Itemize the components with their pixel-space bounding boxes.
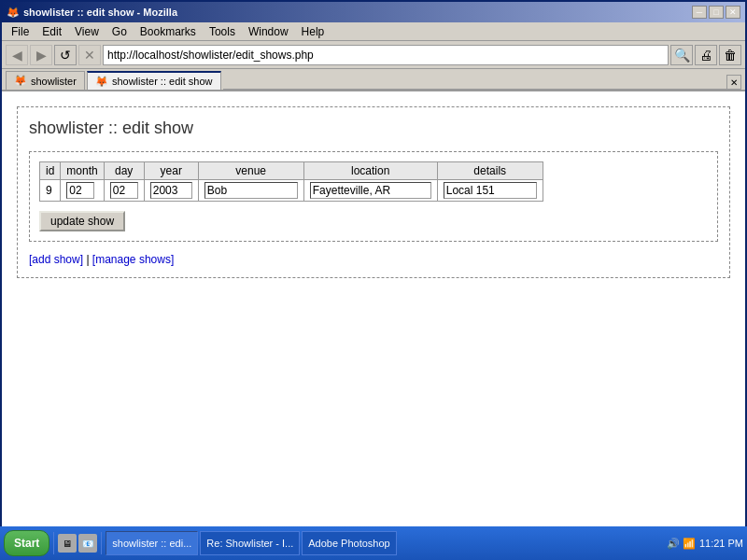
col-header-year: year <box>144 162 198 180</box>
window-title-area: 🦊 showlister :: edit show - Mozilla <box>7 7 177 19</box>
window-icon: 🦊 <box>7 7 20 19</box>
input-venue[interactable] <box>204 182 298 199</box>
cell-venue <box>198 180 303 202</box>
menu-go[interactable]: Go <box>106 24 133 39</box>
back-button[interactable]: ◀ <box>6 45 28 65</box>
table-header-row: id month day year venue location details <box>40 162 543 180</box>
titlebar: 🦊 showlister :: edit show - Mozilla ─ □ … <box>2 2 745 22</box>
taskbar-icon-1[interactable]: 🖥 <box>58 534 77 553</box>
tab-showlister-label: showlister <box>31 76 77 87</box>
taskbar-icon-2[interactable]: 📧 <box>78 534 97 553</box>
menu-tools[interactable]: Tools <box>204 24 241 39</box>
tab-edit-show-label: showlister :: edit show <box>112 76 213 87</box>
col-header-venue: venue <box>198 162 303 180</box>
menu-view[interactable]: View <box>69 24 105 39</box>
window-controls: ─ □ ✕ <box>692 6 740 19</box>
delete-button[interactable]: 🗑 <box>719 45 741 65</box>
tabs-bar: 🦊 showlister 🦊 showlister :: edit show ✕ <box>2 69 745 91</box>
menubar: File Edit View Go Bookmarks Tools Window… <box>2 22 745 41</box>
maximize-button[interactable]: □ <box>709 6 724 19</box>
search-button[interactable]: 🔍 <box>670 45 693 65</box>
menu-bookmarks[interactable]: Bookmarks <box>134 24 202 39</box>
minimize-button[interactable]: ─ <box>692 6 707 19</box>
taskbar-quick-launch: 🖥 📧 <box>58 534 97 553</box>
table-row: 9 <box>40 180 543 202</box>
stop-button[interactable]: ✕ <box>78 45 101 65</box>
show-table: id month day year venue location details… <box>39 161 543 202</box>
cell-location <box>303 180 437 202</box>
taskbar-item-showlister[interactable]: showlister :: edi... <box>106 531 198 555</box>
col-header-location: location <box>303 162 437 180</box>
address-bar-container <box>103 45 669 65</box>
input-year[interactable] <box>150 182 192 199</box>
taskbar: Start 🖥 📧 showlister :: edi... Re: Showl… <box>0 526 747 560</box>
tab-showlister[interactable]: 🦊 showlister <box>6 71 85 90</box>
print-button[interactable]: 🖨 <box>695 45 717 65</box>
menu-window[interactable]: Window <box>243 24 294 39</box>
new-tab-area <box>223 69 726 90</box>
menu-edit[interactable]: Edit <box>36 24 67 39</box>
bottom-links: [add show] | [manage shows] <box>29 253 718 266</box>
link-separator: | <box>83 253 92 266</box>
col-header-day: day <box>104 162 144 180</box>
col-header-month: month <box>61 162 104 180</box>
reload-button[interactable]: ↺ <box>54 45 77 65</box>
taskbar-item-re-showlister[interactable]: Re: Showlister - I... <box>200 531 300 555</box>
page-heading: showlister :: edit show <box>29 119 718 138</box>
input-month[interactable] <box>66 182 94 199</box>
start-button[interactable]: Start <box>4 530 49 556</box>
cell-month <box>61 180 104 202</box>
input-location[interactable] <box>310 182 431 199</box>
tab-close-button[interactable]: ✕ <box>726 75 741 90</box>
menu-help[interactable]: Help <box>296 24 331 39</box>
browser-content: showlister :: edit show id month day yea… <box>2 91 745 539</box>
taskbar-divider-2 <box>101 532 102 554</box>
cell-day <box>104 180 144 202</box>
tray-icons: 🔊 📶 <box>667 538 696 550</box>
add-show-link[interactable]: [add show] <box>29 253 83 266</box>
manage-shows-link[interactable]: [manage shows] <box>92 253 174 266</box>
window-frame: 🦊 showlister :: edit show - Mozilla ─ □ … <box>0 0 747 560</box>
input-details[interactable] <box>444 182 537 199</box>
cell-id: 9 <box>40 180 61 202</box>
toolbar: ◀ ▶ ↺ ✕ 🔍 🖨 🗑 <box>2 41 745 69</box>
taskbar-item-photoshop[interactable]: Adobe Photoshop <box>302 531 396 555</box>
tab-edit-show[interactable]: 🦊 showlister :: edit show <box>87 71 221 90</box>
tab-edit-show-icon: 🦊 <box>95 76 108 88</box>
col-header-id: id <box>40 162 61 180</box>
taskbar-clock: 11:21 PM <box>699 538 743 549</box>
taskbar-tray: 🔊 📶 11:21 PM <box>667 538 743 550</box>
col-header-details: details <box>437 162 543 180</box>
inner-box: id month day year venue location details… <box>29 151 718 242</box>
input-day[interactable] <box>110 182 138 199</box>
taskbar-divider <box>53 532 54 554</box>
cell-details <box>437 180 543 202</box>
forward-button[interactable]: ▶ <box>30 45 52 65</box>
tab-showlister-icon: 🦊 <box>14 75 27 87</box>
window-title-text: showlister :: edit show - Mozilla <box>23 7 177 18</box>
close-button[interactable]: ✕ <box>726 6 740 19</box>
menu-file[interactable]: File <box>6 24 35 39</box>
cell-year <box>144 180 198 202</box>
outer-box: showlister :: edit show id month day yea… <box>17 106 730 278</box>
address-input[interactable] <box>107 49 664 62</box>
update-show-button[interactable]: update show <box>39 211 125 231</box>
